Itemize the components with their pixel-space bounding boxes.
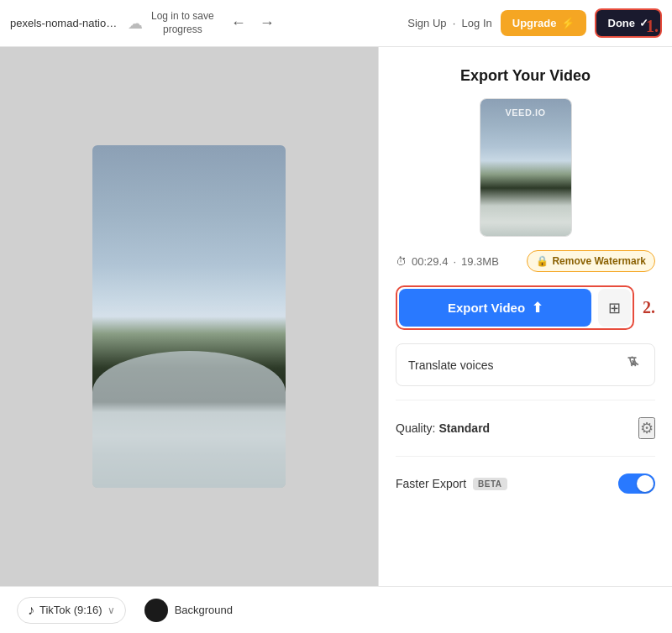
faster-export-toggle[interactable] [618,473,655,494]
step1-annotation: 1. [646,17,659,36]
filesize-label: 19.3MB [461,255,499,268]
format-selector[interactable]: ♪ TikTok (9:16) ∨ [17,597,126,624]
upgrade-button[interactable]: Upgrade ⚡ [501,10,586,36]
quality-settings-button[interactable]: ⚙ [638,417,655,439]
bottom-bar: ♪ TikTok (9:16) ∨ Background [0,586,672,633]
auth-links: Sign Up · Log In [407,17,491,29]
step2-annotation: 2. [643,298,655,317]
translate-icon [626,354,643,375]
save-progress-button[interactable]: Log in to saveprogress [151,10,214,36]
quality-value: Standard [438,421,490,435]
export-thumbnail: VEED.IO [480,98,572,237]
share-icon: ⊞ [608,299,621,317]
upload-icon: ⬆ [532,300,543,316]
meta-info: ⏱ 00:29.4 · 19.3MB [396,255,499,268]
separator: · [453,255,456,268]
upgrade-label: Upgrade [512,17,557,29]
format-label: TikTok (9:16) [39,604,102,616]
undo-button[interactable]: ← [226,13,251,34]
translate-row[interactable]: Translate voices [396,343,655,386]
done-button[interactable]: Done ✓ 1. [595,8,663,38]
export-meta: ⏱ 00:29.4 · 19.3MB 🔒 Remove Watermark [396,250,655,272]
quality-row: Quality: Standard ⚙ [396,414,655,442]
main-area: Export Your Video VEED.IO ⏱ 00:29.4 · 19… [0,47,672,586]
clock-icon: ⏱ [396,255,407,268]
export-title: Export Your Video [396,67,655,85]
login-link[interactable]: Log In [462,17,492,29]
export-row: Export Video ⬆ ⊞ 2. [396,285,655,330]
cloud-icon: ☁ [128,14,143,33]
translate-label: Translate voices [408,358,493,372]
beta-badge: BETA [473,478,507,490]
done-label: Done [608,17,636,29]
video-preview [92,145,286,488]
duration-label: 00:29.4 [412,255,448,268]
signup-link[interactable]: Sign Up [407,17,446,29]
tiktok-icon: ♪ [28,603,34,618]
background-button[interactable]: Background [136,594,241,627]
filename-label: pexels-nomad-nation-... [10,17,119,29]
topbar: pexels-nomad-nation-... ☁ Log in to save… [0,0,672,47]
video-background [92,145,286,488]
canvas-area [0,47,378,586]
chevron-down-icon: ∨ [108,604,115,616]
redo-button[interactable]: → [255,13,280,34]
thumbnail-background [480,99,571,236]
divider-2 [396,456,655,457]
bolt-icon: ⚡ [561,17,575,29]
watermark-overlay: VEED.IO [480,107,571,118]
faster-export-info: Faster Export BETA [396,477,507,490]
gear-icon: ⚙ [640,420,654,437]
faster-export-label: Faster Export [396,477,466,490]
fog-overlay [92,351,286,488]
export-video-label: Export Video [448,301,525,315]
export-button-row: Export Video ⬆ ⊞ [396,285,634,330]
quality-info: Quality: Standard [396,421,490,435]
remove-watermark-button[interactable]: 🔒 Remove Watermark [527,250,655,272]
export-panel: Export Your Video VEED.IO ⏱ 00:29.4 · 19… [378,47,672,586]
faster-export-row: Faster Export BETA [396,470,655,497]
divider-1 [396,400,655,400]
lock-icon: 🔒 [536,255,549,267]
remove-watermark-label: Remove Watermark [552,255,646,267]
export-thumbnail-container: VEED.IO [396,98,655,237]
quality-label: Quality: [396,421,435,435]
background-label: Background [175,604,233,616]
share-button[interactable]: ⊞ [598,289,631,327]
background-color-circle [144,599,168,622]
nav-controls: ← → [226,13,280,34]
toggle-knob [637,475,654,492]
export-video-button[interactable]: Export Video ⬆ [399,289,591,327]
